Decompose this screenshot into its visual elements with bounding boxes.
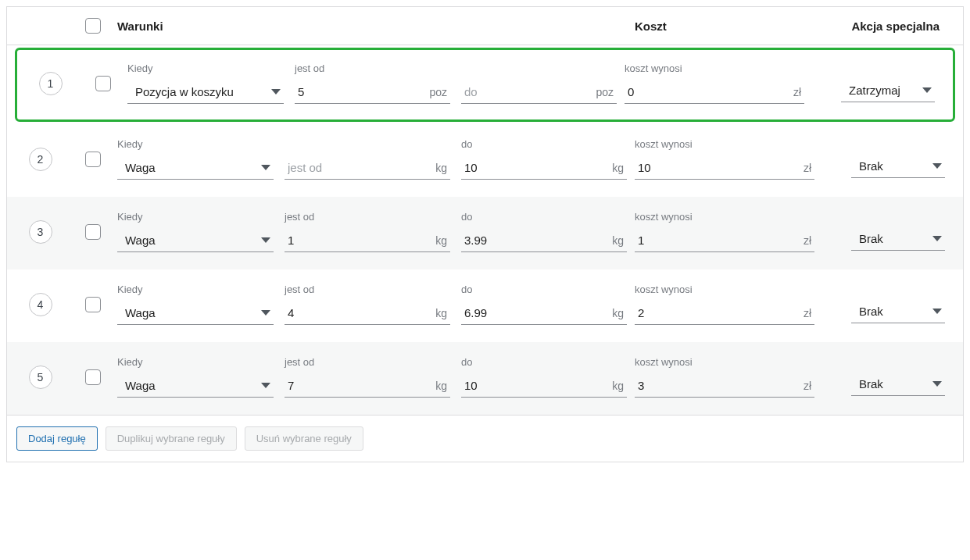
when-label: Kiedy [117,211,274,223]
table-header: Warunki Koszt Akcja specjalna [7,7,963,45]
cost-label: koszt wynosi [635,211,814,223]
from-input-wrap[interactable]: kg [285,156,450,180]
to-input-wrap[interactable]: kg [461,301,627,325]
to-input[interactable] [464,161,607,174]
to-label: do [461,284,627,295]
from-label [285,138,450,150]
duplicate-rules-button[interactable]: Duplikuj wybrane reguły [106,426,237,451]
from-unit: kg [435,307,447,319]
when-dropdown[interactable]: Waga [117,229,274,252]
cost-unit: zł [804,234,811,247]
chevron-down-icon [922,87,932,93]
chevron-down-icon [271,89,281,95]
chevron-down-icon [261,237,270,243]
cost-input[interactable] [628,85,789,98]
action-value: Brak [859,377,883,391]
rule-checkbox[interactable] [85,369,101,385]
action-dropdown[interactable]: Brak [851,373,945,396]
to-unit: poz [596,86,614,98]
when-value: Waga [125,234,156,247]
when-value: Waga [125,306,156,319]
to-input-wrap[interactable]: kg [461,374,627,398]
from-label: jest od [285,284,450,295]
cost-input-wrap[interactable]: zł [635,301,814,325]
to-input[interactable] [464,379,607,392]
chevron-down-icon [932,309,942,314]
cost-input[interactable] [638,306,799,319]
rule-row: 5 Kiedy Waga jest od kg [7,342,963,415]
header-cost: Koszt [635,20,830,33]
when-label: Kiedy [127,62,284,74]
cost-input[interactable] [638,234,799,247]
from-input[interactable] [298,85,424,98]
from-input-wrap[interactable]: kg [285,301,450,325]
rule-checkbox[interactable] [85,297,101,312]
rule-row: 3 Kiedy Waga jest od kg [7,197,963,269]
rule-row: 4 Kiedy Waga jest od kg [7,269,963,342]
cost-input-wrap[interactable]: zł [635,229,814,252]
action-dropdown[interactable]: Brak [851,155,945,178]
rule-checkbox[interactable] [95,76,111,91]
cost-input-wrap[interactable]: zł [625,80,804,104]
from-input[interactable] [288,234,431,247]
to-unit: kg [612,307,624,319]
action-dropdown[interactable]: Zatrzymaj [841,79,935,102]
when-dropdown[interactable]: Waga [117,374,274,398]
from-input[interactable] [288,306,431,319]
cost-input[interactable] [638,379,799,392]
header-action: Akcja specjalna [830,20,963,33]
add-rule-button[interactable]: Dodaj regułę [16,426,98,451]
from-input-wrap[interactable]: kg [285,374,450,398]
rules-panel: Warunki Koszt Akcja specjalna 1 Kiedy Po… [6,6,964,462]
action-value: Brak [859,232,883,245]
from-label: jest od [295,62,450,74]
rule-number-badge: 3 [29,220,52,244]
to-label: do [461,138,627,150]
from-unit: kg [435,234,447,247]
cost-label: koszt wynosi [635,284,814,295]
cost-input-wrap[interactable]: zł [635,374,814,398]
to-input[interactable] [464,234,607,247]
cost-input[interactable] [638,161,799,174]
to-input-wrap[interactable]: kg [461,229,627,252]
from-input-wrap[interactable]: kg [285,229,450,252]
from-unit: poz [429,86,447,98]
chevron-down-icon [261,310,270,316]
rule-number-badge: 5 [29,366,52,389]
chevron-down-icon [261,165,270,170]
to-input-wrap[interactable]: poz [461,80,617,104]
when-value: Pozycja w koszyku [135,85,234,98]
chevron-down-icon [932,163,942,169]
rule-row: 2 Kiedy Waga kg [7,124,963,197]
rule-number-badge: 4 [29,293,52,316]
when-dropdown[interactable]: Waga [117,156,274,180]
to-unit: kg [612,380,624,392]
when-dropdown[interactable]: Pozycja w koszyku [127,80,284,104]
to-input[interactable] [464,306,607,319]
cost-input-wrap[interactable]: zł [635,156,814,180]
rule-checkbox[interactable] [85,224,101,240]
chevron-down-icon [261,383,270,388]
rule-row: 1 Kiedy Pozycja w koszyku jest od [15,48,955,122]
rule-checkbox[interactable] [85,152,101,167]
when-dropdown[interactable]: Waga [117,301,274,325]
cost-label: koszt wynosi [635,138,814,150]
cost-unit: zł [804,380,811,392]
to-unit: kg [612,162,624,174]
when-value: Waga [125,379,156,392]
from-unit: kg [435,162,447,174]
chevron-down-icon [932,236,942,241]
to-input[interactable] [464,85,591,98]
from-input[interactable] [288,379,431,392]
select-all-checkbox[interactable] [85,18,101,34]
from-input[interactable] [288,161,431,174]
action-dropdown[interactable]: Brak [851,300,945,323]
from-input-wrap[interactable]: poz [295,80,450,104]
cost-unit: zł [793,86,801,98]
action-dropdown[interactable]: Brak [851,227,945,251]
when-value: Waga [125,161,156,174]
from-label: jest od [285,356,450,368]
to-input-wrap[interactable]: kg [461,156,627,180]
delete-rules-button[interactable]: Usuń wybrane reguły [245,426,363,451]
to-label [461,62,617,74]
